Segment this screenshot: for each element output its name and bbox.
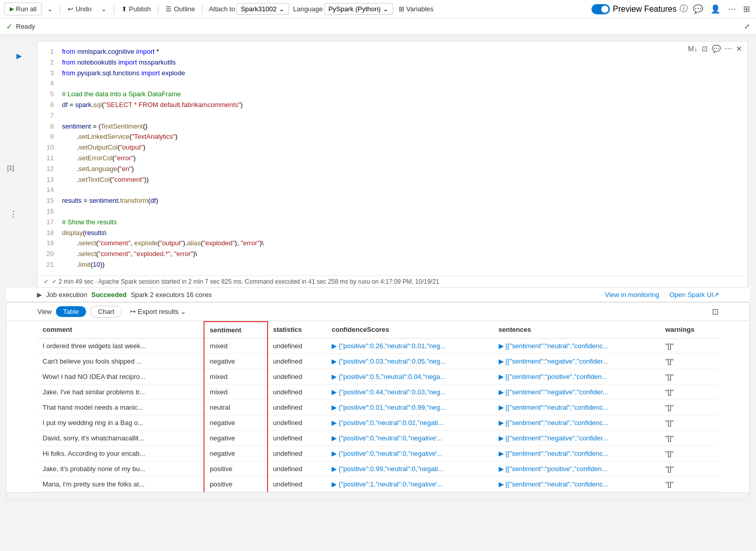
- chart-tab-button[interactable]: Chart: [90, 306, 122, 317]
- cell-more-button[interactable]: ⋯: [724, 44, 733, 54]
- language-label: Language: [293, 5, 323, 13]
- cell-sentiment: negative: [204, 415, 267, 430]
- cell-confidence: ▶ {"positive":0.44,"neutral":0.03,"neg..…: [326, 384, 493, 399]
- cell-warnings: "[]": [660, 430, 719, 446]
- outline-button[interactable]: ☰ Outline: [161, 3, 199, 15]
- toolbar-right: Preview Features ⓘ 💬 👤 ⋯ ⊞: [589, 2, 752, 16]
- cell-sentences: ▶ [{"sentiment":"negative","confider...: [494, 430, 660, 446]
- horizontal-scrollbar[interactable]: [7, 492, 749, 499]
- cell-warnings: "[]": [660, 476, 719, 492]
- code-area: 12345 678910 1112131415 161718192021 fro…: [37, 41, 747, 276]
- cell-sentiment: mixed: [204, 384, 267, 399]
- col-header-warnings: warnings: [660, 322, 719, 338]
- play-icon: ▶: [10, 6, 14, 12]
- attach-to-label: Attach to: [209, 5, 235, 13]
- main-toolbar: ▶ Run all ⌄ ↩ Undo ⌄ ⬆ Publish ☰ Outline…: [0, 0, 756, 18]
- cell-comment-button[interactable]: 💬: [711, 44, 722, 54]
- cell-icons: M↓ ⊡ 💬 ⋯ ✕: [687, 44, 743, 54]
- export-results-button[interactable]: ↦ Export results ⌄: [130, 308, 186, 315]
- preview-features-label: Preview Features: [613, 5, 677, 14]
- cell-warnings: "[]": [660, 461, 719, 476]
- table-tab-button[interactable]: Table: [56, 306, 86, 317]
- cell-confidence: ▶ {"positive":0.99,"neutral":0,"negati..…: [326, 461, 493, 476]
- publish-label: Publish: [129, 5, 151, 13]
- job-status: Succeeded: [91, 291, 127, 299]
- results-toolbar-right: ⊡: [712, 307, 719, 316]
- open-spark-ui-link[interactable]: Open Spark UI↗: [669, 291, 719, 299]
- cell-comment: Jake, it's probably none of my bu...: [37, 461, 204, 476]
- cell-warnings: "[]": [660, 353, 719, 369]
- cell-sentiment: negative: [204, 446, 267, 461]
- cell-comment: Hi folks. According to your encab...: [37, 446, 204, 461]
- cell-sentences: ▶ [{"sentiment":"neutral","confidenc...: [494, 415, 660, 430]
- code-cell: M↓ ⊡ 💬 ⋯ ✕ 12345 678910 1112131415 16171…: [37, 41, 748, 288]
- data-table-wrap: comment sentiment statistics confidenceS…: [7, 321, 749, 492]
- export-results-label: Export results: [138, 308, 178, 315]
- cell-confidence: ▶ {"positive":0,"neutral":0.02,"negati..…: [326, 415, 493, 430]
- chat-icon-button[interactable]: 💬: [691, 2, 705, 16]
- outline-icon: ☰: [166, 5, 172, 13]
- line-numbers: 12345 678910 1112131415 161718192021: [37, 47, 58, 270]
- cell-statistics: undefined: [268, 415, 327, 430]
- cell-statistics: undefined: [268, 430, 327, 446]
- cell-split-button[interactable]: ⊡: [701, 44, 709, 54]
- person-icon-button[interactable]: 👤: [708, 2, 723, 16]
- cell-bottom-options: ⋮: [6, 207, 21, 221]
- preview-features-toggle[interactable]: [591, 4, 610, 14]
- publish-button[interactable]: ⬆ Publish: [117, 3, 155, 15]
- cell-statistics: undefined: [268, 338, 327, 353]
- cell-statistics: undefined: [268, 461, 327, 476]
- results-panel: View Table Chart ↦ Export results ⌄ ⊡ co…: [6, 302, 750, 500]
- variables-button[interactable]: ⊞ Variables: [394, 3, 438, 15]
- run-all-button[interactable]: ▶ Run all: [4, 3, 42, 15]
- cell-confidence: ▶ {"positive":0,"neutral":0,"negative'..…: [326, 430, 493, 446]
- cell-sentiment: negative: [204, 353, 267, 369]
- col-header-sentiment: sentiment: [204, 322, 267, 338]
- cell-close-button[interactable]: ✕: [735, 44, 743, 54]
- cell-comment: Jake, I've had similar problems tr...: [37, 384, 204, 399]
- cell-sentences: ▶ [{"sentiment":"negative","confider...: [494, 353, 660, 369]
- language-dropdown[interactable]: PySpark (Python) ⌄: [324, 3, 393, 15]
- status-bar: ✓ Ready ⤢: [0, 18, 756, 35]
- cell-warnings: "[]": [660, 415, 719, 430]
- chevron-down-icon-2: ⌄: [101, 5, 107, 13]
- col-header-statistics: statistics: [268, 322, 327, 338]
- cell-play-button[interactable]: ▶: [16, 52, 22, 60]
- cell-warnings: "[]": [660, 384, 719, 399]
- expand-button[interactable]: ⊞: [741, 2, 752, 16]
- cell-bottom-dots-button[interactable]: ⋮: [6, 207, 21, 221]
- undo-more-button[interactable]: ⌄: [97, 3, 111, 15]
- notebook-outer: ▶ [1] M↓ ⊡ 💬 ⋯ ✕ 12345 678910 1112131415…: [6, 41, 750, 288]
- job-execution-label: Job execution: [46, 291, 87, 299]
- results-table: comment sentiment statistics confidenceS…: [37, 321, 719, 492]
- attach-to-value: Spark31002: [241, 5, 277, 13]
- cell-sentences: ▶ [{"sentiment":"positive","confiden...: [494, 461, 660, 476]
- separator-4: [202, 4, 202, 14]
- status-check-icon: ✓: [6, 22, 13, 31]
- table-row: Jake, it's probably none of my bu... pos…: [37, 461, 719, 476]
- execution-info: ✓ ✓ 2 min 49 sec · Apache Spark session …: [37, 276, 747, 287]
- outline-label: Outline: [174, 5, 195, 13]
- cell-sentiment: negative: [204, 430, 267, 446]
- view-monitoring-link[interactable]: View in monitoring: [605, 291, 659, 299]
- cell-confidence: ▶ {"positive":0.26,"neutral":0.01,"neg..…: [326, 338, 493, 353]
- exec-check-icon: ✓: [44, 278, 49, 285]
- undo-dropdown-button[interactable]: ⌄: [43, 3, 57, 15]
- preview-toggle-section: Preview Features ⓘ: [591, 4, 688, 14]
- more-options-button[interactable]: ⋯: [726, 2, 738, 16]
- cell-sentences: ▶ [{"sentiment":"neutral","confidenc...: [494, 399, 660, 415]
- attach-to-dropdown[interactable]: Spark31002 ⌄: [236, 3, 289, 15]
- export-chevron: ⌄: [180, 308, 186, 315]
- undo-button[interactable]: ↩ Undo: [64, 3, 95, 15]
- undo-label: Undo: [75, 5, 91, 13]
- col-header-confidence: confidenceScores: [326, 322, 493, 338]
- cell-statistics: undefined: [268, 446, 327, 461]
- cell-markdown-button[interactable]: M↓: [687, 44, 699, 54]
- cell-sentiment: mixed: [204, 338, 267, 353]
- cell-warnings: "[]": [660, 446, 719, 461]
- results-grid-icon-button[interactable]: ⊡: [712, 307, 719, 316]
- cell-sentences: ▶ [{"sentiment":"positive","confiden...: [494, 369, 660, 384]
- cell-run-area: ▶: [16, 51, 22, 60]
- code-content[interactable]: from mmlspark.cognitive import * from no…: [58, 47, 747, 270]
- cell-comment: I ordered three widgets last week...: [37, 338, 204, 353]
